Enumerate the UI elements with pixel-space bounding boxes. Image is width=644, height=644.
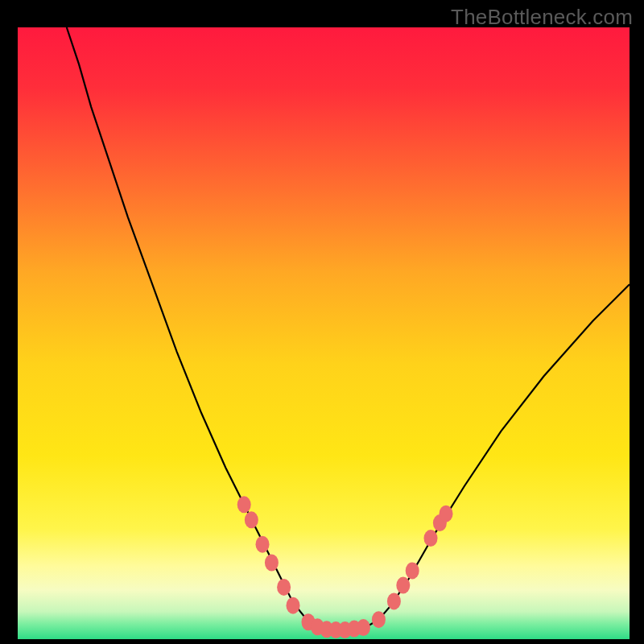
- data-point: [387, 592, 401, 609]
- gradient-background: [18, 27, 630, 639]
- data-point: [256, 536, 270, 553]
- data-point: [372, 611, 386, 628]
- data-point: [237, 496, 251, 513]
- plot-area: [18, 27, 630, 639]
- watermark-text: TheBottleneck.com: [451, 5, 633, 30]
- data-point: [245, 511, 258, 528]
- chart-frame: TheBottleneck.com: [0, 0, 644, 644]
- data-point: [357, 619, 370, 636]
- data-point: [396, 577, 410, 594]
- data-point: [406, 562, 419, 579]
- data-point: [424, 530, 438, 547]
- data-point: [277, 579, 291, 596]
- data-point: [287, 597, 300, 614]
- data-point: [265, 555, 279, 572]
- plot-svg: [18, 27, 630, 639]
- data-point: [440, 506, 453, 522]
